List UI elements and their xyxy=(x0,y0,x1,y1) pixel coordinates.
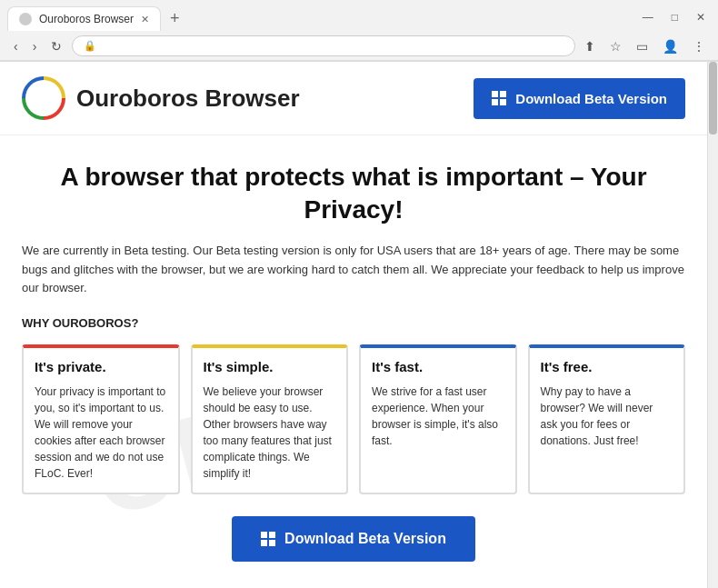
bookmark-icon[interactable]: ☆ xyxy=(606,37,625,55)
scrollbar[interactable] xyxy=(707,62,718,588)
tab-favicon xyxy=(19,13,32,25)
feature-desc-free: Why pay to have a browser? We will never… xyxy=(541,384,673,449)
account-icon[interactable]: 👤 xyxy=(659,37,682,55)
feature-card-simple: It's simple. We believe your browser sho… xyxy=(191,344,349,494)
refresh-button[interactable]: ↻ xyxy=(46,37,66,55)
hero-title: A browser that protects what is importan… xyxy=(22,161,685,227)
windows-icon-main xyxy=(261,532,275,546)
main-download-button[interactable]: Download Beta Version xyxy=(232,516,475,562)
close-button[interactable]: ✕ xyxy=(691,9,711,25)
feature-card-fast: It's fast. We strive for a fast user exp… xyxy=(359,344,517,494)
feature-desc-fast: We strive for a fast user experience. Wh… xyxy=(372,384,504,449)
minimize-button[interactable]: — xyxy=(637,9,659,25)
features-grid: It's private. Your privacy is important … xyxy=(22,344,685,494)
feature-title-free: It's free. xyxy=(541,359,673,374)
feature-title-private: It's private. xyxy=(35,359,167,374)
tab-title: Ouroboros Browser xyxy=(39,13,134,25)
forward-button[interactable]: › xyxy=(28,37,42,55)
lock-icon: 🔒 xyxy=(84,40,96,52)
header-download-label: Download Beta Version xyxy=(515,91,667,106)
windows-icon xyxy=(492,91,506,105)
tab-close-button[interactable]: ✕ xyxy=(141,14,149,25)
back-button[interactable]: ‹ xyxy=(9,37,23,55)
logo-area: Ouroboros Browser xyxy=(22,76,300,120)
logo-icon xyxy=(22,76,65,120)
menu-icon[interactable]: ⋮ xyxy=(689,37,709,55)
main-download-label: Download Beta Version xyxy=(284,531,446,547)
feature-card-free: It's free. Why pay to have a browser? We… xyxy=(528,344,686,494)
why-heading: WHY OUROBOROS? xyxy=(22,316,685,330)
new-tab-button[interactable]: + xyxy=(161,5,189,32)
site-title: Ouroboros Browser xyxy=(76,85,300,113)
feature-desc-simple: We believe your browser should be easy t… xyxy=(204,384,336,482)
feature-title-fast: It's fast. xyxy=(372,359,504,374)
site-header: Ouroboros Browser Download Beta Version xyxy=(0,62,707,135)
cast-icon[interactable]: ▭ xyxy=(633,37,652,55)
hero-description: We are currently in Beta testing. Our Be… xyxy=(22,242,685,298)
scrollbar-thumb[interactable] xyxy=(709,62,717,135)
browser-tab[interactable]: Ouroboros Browser ✕ xyxy=(7,6,161,31)
feature-desc-private: Your privacy is important to you, so it'… xyxy=(35,384,167,482)
maximize-button[interactable]: □ xyxy=(666,9,683,25)
feature-card-private: It's private. Your privacy is important … xyxy=(22,344,180,494)
header-download-button[interactable]: Download Beta Version xyxy=(474,78,685,119)
share-icon[interactable]: ⬆ xyxy=(581,37,599,55)
address-bar[interactable]: 🔒 xyxy=(72,35,575,56)
feature-title-simple: It's simple. xyxy=(204,359,336,374)
